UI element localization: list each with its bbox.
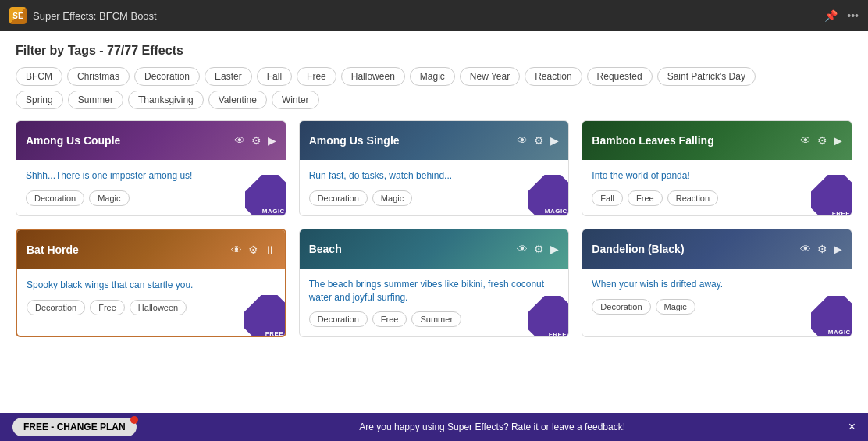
- card-icons-6: 👁 ⚙ ▶: [800, 243, 842, 255]
- tags-row-1: BFCM Christmas Decoration Easter Fall Fr…: [16, 67, 852, 86]
- card-tag-decoration-6[interactable]: Decoration: [592, 299, 650, 315]
- card-tag-decoration-2[interactable]: Decoration: [309, 190, 368, 206]
- cards-grid: Among Us Couple 👁 ⚙ ▶ Shhh...There is on…: [16, 120, 852, 337]
- card-icons-4: 👁 ⚙ ⏸: [231, 244, 276, 256]
- card-tag-magic-1[interactable]: Magic: [89, 190, 129, 206]
- preview-icon-6[interactable]: 👁: [800, 243, 811, 255]
- card-body-1: Shhh...There is one imposter among us! D…: [16, 160, 286, 215]
- tag-christmas[interactable]: Christmas: [67, 67, 130, 86]
- tag-thanksgiving[interactable]: Thanksgiving: [128, 91, 204, 109]
- card-tag-decoration-1[interactable]: Decoration: [26, 190, 84, 206]
- tag-bfcm[interactable]: BFCM: [16, 67, 62, 86]
- tag-requested[interactable]: Requested: [587, 67, 653, 86]
- card-desc-6: When your wish is drifted away.: [592, 278, 842, 291]
- main-content: Filter by Tags - 77/77 Effects BFCM Chri…: [0, 31, 868, 413]
- badge-text-4: FREE: [265, 330, 283, 336]
- card-icons-3: 👁 ⚙ ▶: [800, 134, 842, 147]
- card-among-us-single: Among Us Single 👁 ⚙ ▶ Run fast, do tasks…: [299, 120, 570, 216]
- tag-decoration[interactable]: Decoration: [134, 67, 200, 86]
- preview-icon-4[interactable]: 👁: [231, 244, 242, 256]
- settings-icon-5[interactable]: ⚙: [534, 243, 544, 255]
- card-desc-5: The beach brings summer vibes like bikin…: [309, 278, 560, 304]
- preview-icon-3[interactable]: 👁: [800, 134, 811, 147]
- card-header-6: Dandelion (Black) 👁 ⚙ ▶: [582, 229, 852, 269]
- pin-icon[interactable]: 📌: [824, 9, 838, 22]
- tag-valentine[interactable]: Valentine: [208, 91, 267, 109]
- settings-icon-3[interactable]: ⚙: [817, 134, 827, 147]
- tag-fall[interactable]: Fall: [257, 67, 292, 86]
- settings-icon-4[interactable]: ⚙: [248, 244, 258, 256]
- card-body-5: The beach brings summer vibes like bikin…: [300, 269, 569, 337]
- card-header-1: Among Us Couple 👁 ⚙ ▶: [16, 121, 286, 160]
- card-desc-4: Spooky black wings that can startle you.: [27, 279, 276, 292]
- card-tag-magic-2[interactable]: Magic: [372, 190, 412, 206]
- header-left: SE Super Effects: BFCM Boost: [9, 7, 157, 24]
- settings-icon-6[interactable]: ⚙: [817, 243, 827, 255]
- tag-winter[interactable]: Winter: [272, 91, 319, 109]
- card-bamboo: Bamboo Leaves Falling 👁 ⚙ ▶ Into the wor…: [582, 120, 852, 216]
- tag-newyear[interactable]: New Year: [460, 67, 520, 86]
- card-tags-6: Decoration Magic: [592, 299, 842, 315]
- tag-halloween[interactable]: Halloween: [341, 67, 405, 86]
- card-tags-5: Decoration Free Summer: [309, 311, 560, 327]
- tag-free[interactable]: Free: [297, 67, 336, 86]
- card-title-2: Among Us Single: [309, 134, 400, 147]
- tag-magic[interactable]: Magic: [410, 67, 455, 86]
- card-desc-1: Shhh...There is one imposter among us!: [26, 169, 276, 183]
- card-header-2: Among Us Single 👁 ⚙ ▶: [300, 121, 569, 160]
- card-header-4: Bat Horde 👁 ⚙ ⏸: [17, 230, 285, 269]
- card-tag-fall-3[interactable]: Fall: [592, 190, 623, 206]
- app-header: SE Super Effects: BFCM Boost 📌 •••: [0, 0, 868, 31]
- card-tag-reaction-3[interactable]: Reaction: [667, 190, 718, 206]
- pause-icon-4[interactable]: ⏸: [265, 244, 276, 256]
- play-icon-6[interactable]: ▶: [834, 243, 842, 255]
- tag-reaction[interactable]: Reaction: [525, 67, 582, 86]
- card-icons-5: 👁 ⚙ ▶: [517, 243, 559, 255]
- card-tags-1: Decoration Magic: [26, 190, 276, 206]
- card-header-3: Bamboo Leaves Falling 👁 ⚙ ▶: [582, 121, 852, 160]
- play-icon-2[interactable]: ▶: [550, 134, 559, 147]
- card-tag-free-5[interactable]: Free: [372, 311, 407, 327]
- card-body-2: Run fast, do tasks, watch behind... Deco…: [300, 160, 569, 215]
- badge-text-6: MAGIC: [828, 329, 851, 336]
- change-plan-button[interactable]: FREE - CHANGE PLAN: [12, 418, 137, 436]
- tags-row-2: Spring Summer Thanksgiving Valentine Win…: [16, 91, 852, 109]
- preview-icon-1[interactable]: 👁: [234, 134, 245, 147]
- tag-summer[interactable]: Summer: [68, 91, 123, 109]
- play-icon-3[interactable]: ▶: [834, 134, 842, 147]
- card-tag-halloween-4[interactable]: Halloween: [130, 300, 187, 315]
- card-tag-free-3[interactable]: Free: [628, 190, 663, 206]
- settings-icon-1[interactable]: ⚙: [251, 134, 261, 147]
- card-body-3: Into the world of panda! Fall Free React…: [582, 160, 852, 215]
- card-title-4: Bat Horde: [27, 244, 79, 256]
- play-icon-1[interactable]: ▶: [268, 134, 276, 147]
- play-icon-5[interactable]: ▶: [550, 243, 559, 255]
- card-title-3: Bamboo Leaves Falling: [592, 134, 713, 147]
- card-desc-2: Run fast, do tasks, watch behind...: [309, 169, 560, 183]
- card-tag-magic-6[interactable]: Magic: [656, 299, 695, 315]
- card-icons-2: 👁 ⚙ ▶: [517, 134, 559, 147]
- card-title-1: Among Us Couple: [26, 134, 120, 147]
- card-body-4: Spooky black wings that can startle you.…: [17, 269, 285, 325]
- more-icon[interactable]: •••: [847, 9, 859, 22]
- close-bar-button[interactable]: ×: [848, 420, 856, 434]
- tag-easter[interactable]: Easter: [205, 67, 252, 86]
- preview-icon-5[interactable]: 👁: [517, 243, 528, 255]
- tag-spring[interactable]: Spring: [16, 91, 63, 109]
- preview-icon-2[interactable]: 👁: [517, 134, 528, 147]
- card-desc-3: Into the world of panda!: [592, 169, 842, 183]
- settings-icon-2[interactable]: ⚙: [534, 134, 544, 147]
- card-among-us-couple: Among Us Couple 👁 ⚙ ▶ Shhh...There is on…: [16, 120, 286, 216]
- tag-stpatricks[interactable]: Saint Patrick's Day: [657, 67, 756, 86]
- app-title: Super Effects: BFCM Boost: [33, 10, 157, 22]
- plan-button-label: FREE - CHANGE PLAN: [23, 421, 126, 432]
- card-tag-summer-5[interactable]: Summer: [411, 311, 461, 327]
- notification-dot: [130, 416, 138, 424]
- card-tag-free-4[interactable]: Free: [90, 300, 125, 315]
- card-title-5: Beach: [309, 243, 342, 255]
- card-tags-3: Fall Free Reaction: [592, 190, 842, 206]
- header-right: 📌 •••: [824, 9, 859, 22]
- card-tags-2: Decoration Magic: [309, 190, 560, 206]
- card-tag-decoration-5[interactable]: Decoration: [309, 311, 368, 327]
- card-tag-decoration-4[interactable]: Decoration: [27, 300, 85, 315]
